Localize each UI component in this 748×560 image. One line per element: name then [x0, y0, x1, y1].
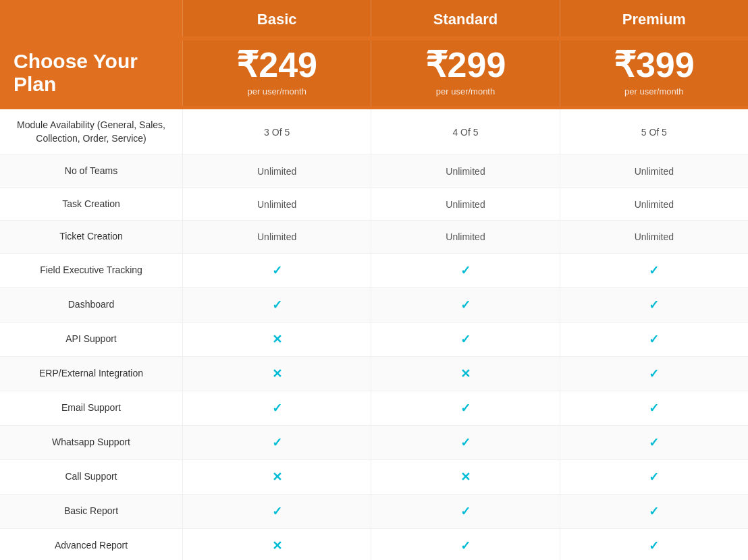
feature-value-cell: ✓	[182, 391, 371, 425]
cross-icon: ✕	[272, 366, 282, 381]
feature-value-cell: ✓	[371, 391, 559, 425]
table-row: ERP/External Integration✕✕✓	[0, 357, 748, 391]
table-row: Basic Report✓✓✓	[0, 495, 748, 529]
feature-value-cell: ✓	[371, 323, 559, 356]
check-icon: ✓	[649, 401, 659, 416]
feature-value-cell: ✓	[560, 495, 748, 528]
feature-value-cell: 4 Of 5	[371, 109, 559, 155]
pricing-table: Basic Standard Premium Choose Your Plan …	[0, 0, 748, 560]
check-icon: ✓	[272, 504, 282, 519]
table-row: API Support✕✓✓	[0, 323, 748, 357]
plan-header-row: Basic Standard Premium	[0, 0, 748, 36]
feature-name-cell: Task Creation	[0, 188, 182, 221]
feature-name-cell: Call Support	[0, 460, 182, 494]
check-icon: ✓	[649, 298, 659, 312]
check-icon: ✓	[460, 504, 471, 519]
price-amount-premium: ₹399	[567, 47, 741, 82]
table-row: Email Support✓✓✓	[0, 391, 748, 426]
feature-value-cell: ✓	[560, 254, 748, 287]
feature-value-cell: ✕	[371, 460, 559, 494]
price-row: Choose Your Plan ₹249 per user/month ₹29…	[0, 36, 748, 109]
check-icon: ✓	[649, 366, 659, 381]
feature-name-cell: ERP/External Integration	[0, 357, 182, 391]
check-icon: ✓	[272, 263, 282, 278]
check-icon: ✓	[460, 332, 471, 347]
table-row: Call Support✕✕✓	[0, 460, 748, 495]
plan-header-basic: Basic	[182, 0, 371, 36]
price-period-basic: per user/month	[190, 82, 364, 106]
price-cell-standard: ₹299 per user/month	[371, 40, 559, 106]
feature-value-cell: ✓	[371, 529, 559, 560]
check-icon: ✓	[649, 435, 659, 450]
feature-value-cell: 5 Of 5	[560, 109, 748, 155]
check-icon: ✓	[649, 470, 659, 484]
feature-name-cell: Field Executive Tracking	[0, 254, 182, 287]
feature-name-cell: Advanced Report	[0, 529, 182, 560]
check-icon: ✓	[649, 538, 659, 553]
feature-value-cell: Unlimited	[560, 221, 748, 253]
feature-value-cell: ✕	[182, 323, 371, 356]
feature-value-cell: Unlimited	[182, 188, 371, 221]
feature-value-cell: ✓	[560, 357, 748, 391]
choose-plan-label: Choose Your Plan	[0, 36, 182, 109]
cross-icon: ✕	[460, 470, 471, 484]
check-icon: ✓	[649, 332, 659, 347]
feature-value-cell: ✓	[182, 495, 371, 528]
feature-value-cell: ✓	[371, 254, 559, 287]
cross-icon: ✕	[272, 538, 282, 553]
table-row: Field Executive Tracking✓✓✓	[0, 254, 748, 288]
feature-value-cell: ✓	[560, 426, 748, 459]
feature-name-cell: Ticket Creation	[0, 221, 182, 253]
feature-value-cell: ✓	[371, 426, 559, 459]
feature-value-cell: ✓	[560, 323, 748, 356]
check-icon: ✓	[460, 263, 471, 278]
feature-name-cell: Dashboard	[0, 288, 182, 322]
feature-value-cell: Unlimited	[371, 221, 559, 253]
feature-value-cell: ✕	[371, 357, 559, 391]
cross-icon: ✕	[272, 470, 282, 484]
price-amount-basic: ₹249	[190, 47, 364, 82]
table-row: Task CreationUnlimitedUnlimitedUnlimited	[0, 188, 748, 221]
table-row: Module Availability (General, Sales, Col…	[0, 109, 748, 155]
feature-value-cell: Unlimited	[182, 155, 371, 188]
feature-value-cell: ✓	[182, 426, 371, 459]
price-cell-premium: ₹399 per user/month	[560, 40, 748, 106]
feature-value-cell: ✓	[560, 460, 748, 494]
cross-icon: ✕	[272, 332, 282, 347]
table-row: No of TeamsUnlimitedUnlimitedUnlimited	[0, 155, 748, 188]
feature-value-cell: ✓	[560, 529, 748, 560]
feature-value-cell: ✓	[182, 288, 371, 322]
feature-name-cell: Module Availability (General, Sales, Col…	[0, 109, 182, 155]
feature-value-cell: ✓	[560, 391, 748, 425]
price-period-standard: per user/month	[378, 82, 552, 106]
table-row: Advanced Report✕✓✓	[0, 529, 748, 560]
check-icon: ✓	[272, 435, 282, 450]
price-period-premium: per user/month	[567, 82, 741, 106]
feature-value-cell: ✓	[182, 254, 371, 287]
check-icon: ✓	[460, 401, 471, 416]
check-icon: ✓	[460, 538, 471, 553]
feature-value-cell: Unlimited	[371, 188, 559, 221]
feature-name-cell: API Support	[0, 323, 182, 356]
plan-header-standard: Standard	[371, 0, 559, 36]
feature-value-cell: ✕	[182, 357, 371, 391]
feature-value-cell: Unlimited	[560, 188, 748, 221]
feature-value-cell: ✓	[371, 288, 559, 322]
table-row: Dashboard✓✓✓	[0, 288, 748, 323]
feature-name-cell: Whatsapp Support	[0, 426, 182, 459]
table-row: Whatsapp Support✓✓✓	[0, 426, 748, 460]
price-cell-basic: ₹249 per user/month	[182, 40, 371, 106]
feature-rows: Module Availability (General, Sales, Col…	[0, 109, 748, 560]
check-icon: ✓	[272, 401, 282, 416]
feature-value-cell: Unlimited	[182, 221, 371, 253]
feature-name-cell: No of Teams	[0, 155, 182, 188]
feature-value-cell: ✓	[560, 288, 748, 322]
feature-name-cell: Basic Report	[0, 495, 182, 528]
feature-value-cell: 3 Of 5	[182, 109, 371, 155]
price-amount-standard: ₹299	[378, 47, 552, 82]
check-icon: ✓	[649, 263, 659, 278]
check-icon: ✓	[460, 435, 471, 450]
feature-value-cell: Unlimited	[560, 155, 748, 188]
header-empty	[0, 0, 182, 36]
feature-value-cell: ✕	[182, 529, 371, 560]
